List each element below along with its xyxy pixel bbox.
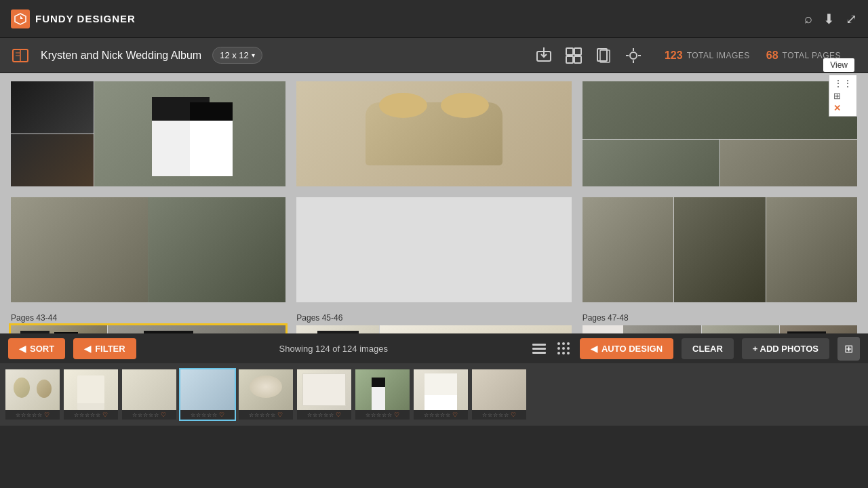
thumb-stars-8: ☆ ☆ ☆ ☆ ☆ ♡ (414, 410, 468, 420)
download-icon[interactable]: ⬇ (823, 11, 835, 27)
svg-point-23 (562, 342, 565, 345)
svg-rect-19 (532, 344, 546, 346)
image-strip: ☆ ☆ ☆ ☆ ☆ ♡ ☆ ☆ ☆ ☆ ☆ ♡ ☆ ☆ ☆ ☆ ☆ (0, 363, 868, 426)
auto-design-button[interactable]: ◀ AUTO DESIGN (580, 338, 673, 359)
thumb-stars-7: ☆ ☆ ☆ ☆ ☆ ♡ (355, 410, 410, 420)
view-option-close[interactable]: ✕ (833, 103, 852, 113)
thumb-img-9 (472, 369, 526, 410)
spread-empty2[interactable] (296, 197, 571, 302)
page-cell-43-44: Pages 43-44 (11, 313, 285, 333)
logo-icon (11, 9, 30, 28)
spread-empty[interactable] (11, 197, 285, 302)
showing-text: Showing 124 of 124 images (144, 344, 523, 354)
spread-prev2[interactable] (296, 81, 571, 186)
search-zoom-icon[interactable]: ⌕ (804, 11, 812, 26)
page-cell-prev3 (583, 81, 857, 186)
page-label-45-46: Pages 45-46 (296, 313, 571, 323)
clear-button[interactable]: CLEAR (682, 338, 734, 359)
album-title: Krysten and Nick Wedding Album (41, 49, 201, 62)
strip-thumb-3[interactable]: ☆ ☆ ☆ ☆ ☆ ♡ (122, 369, 176, 420)
svg-rect-20 (532, 348, 546, 350)
pages-icon[interactable] (594, 46, 613, 65)
thumb-img-8 (414, 369, 468, 410)
pages-row-top (11, 81, 857, 186)
filter-label: FILTER (95, 344, 125, 354)
spread-47-48[interactable] (583, 325, 857, 333)
svg-point-14 (630, 52, 637, 59)
svg-rect-8 (566, 48, 573, 55)
total-pages-number: 68 (766, 49, 778, 62)
view-button[interactable]: View (823, 58, 854, 72)
page-cell-empty (11, 197, 285, 302)
svg-point-26 (562, 347, 565, 350)
auto-design-arrow: ◀ (591, 344, 597, 354)
view-option-grid[interactable]: ⊞ (833, 91, 852, 101)
page-cell-prev1 (11, 81, 285, 186)
strip-thumb-8[interactable]: ☆ ☆ ☆ ☆ ☆ ♡ (414, 369, 468, 420)
thumb-img-2 (64, 369, 118, 410)
strip-thumb-2[interactable]: ☆ ☆ ☆ ☆ ☆ ♡ (64, 369, 118, 420)
svg-rect-11 (574, 56, 581, 63)
pages-row-main: Pages 43-44 (11, 313, 857, 333)
logo-svg (14, 13, 26, 25)
thumb-stars-3: ☆ ☆ ☆ ☆ ☆ ♡ (122, 410, 176, 420)
strip-list-icon[interactable] (531, 340, 547, 357)
view-options-panel: ⋮⋮ ⊞ ✕ (829, 75, 857, 117)
strip-thumb-9[interactable]: ☆ ☆ ☆ ☆ ☆ ♡ (472, 369, 526, 420)
view-option-dots[interactable]: ⋮⋮ (833, 78, 852, 89)
strip-dots-icon[interactable] (555, 340, 572, 357)
page-cell-prev2 (296, 81, 571, 186)
app-name: FUNDY DESIGNER (35, 13, 136, 24)
app-logo: FUNDY DESIGNER (11, 9, 136, 28)
svg-point-25 (557, 347, 560, 350)
sort-button[interactable]: ◀ SORT (8, 338, 65, 359)
thumb-stars-5: ☆ ☆ ☆ ☆ ☆ ♡ (239, 410, 293, 420)
figure2 (190, 102, 232, 176)
import-icon[interactable] (534, 46, 553, 65)
strip-thumb-6[interactable]: ☆ ☆ ☆ ☆ ☆ ♡ (297, 369, 351, 420)
svg-rect-10 (566, 56, 573, 63)
spread-43-44[interactable] (11, 325, 285, 333)
page-cell-empty2 (296, 197, 571, 302)
page-cell-47-48: Pages 47-48 (583, 313, 857, 333)
spread-prev1[interactable] (11, 81, 285, 186)
strip-thumb-7[interactable]: ☆ ☆ ☆ ☆ ☆ ♡ (355, 369, 410, 420)
external-link-icon[interactable]: ⤢ (846, 11, 857, 27)
bottom-controls: ◀ SORT ◀ FILTER Showing 124 of 124 image… (0, 333, 868, 363)
total-images-stat: 123 TOTAL IMAGES (665, 49, 750, 62)
grid-view-button[interactable]: ⊞ (837, 337, 860, 361)
strip-thumb-1[interactable]: ☆ ☆ ☆ ☆ ☆ ♡ (5, 369, 60, 420)
tools-icon[interactable] (624, 46, 643, 65)
toolbar-actions (534, 46, 643, 65)
svg-point-27 (567, 347, 570, 350)
page-label-47-48: Pages 47-48 (583, 313, 857, 323)
filter-button[interactable]: ◀ FILTER (73, 338, 136, 359)
thumb-img-4 (180, 369, 235, 410)
spread-prev3[interactable] (583, 81, 857, 186)
album-size-badge[interactable]: 12 x 12 ▾ (212, 47, 262, 64)
main-content: Pages 43-44 (0, 73, 868, 333)
svg-rect-21 (532, 352, 546, 354)
svg-point-30 (567, 352, 570, 354)
add-photos-button[interactable]: + ADD PHOTOS (742, 338, 829, 359)
thumb-stars-4: ☆ ☆ ☆ ☆ ☆ ♡ (180, 410, 235, 420)
spread-45-46[interactable] (296, 325, 571, 333)
svg-point-29 (562, 352, 565, 354)
strip-thumb-5[interactable]: ☆ ☆ ☆ ☆ ☆ ♡ (239, 369, 293, 420)
thumb-img-3 (122, 369, 176, 410)
strip-thumb-4[interactable]: ☆ ☆ ☆ ☆ ☆ ♡ (180, 369, 235, 420)
strip-icons (531, 340, 572, 357)
thumb-img-7 (355, 369, 410, 410)
layout-icon[interactable] (564, 46, 583, 65)
sort-label: SORT (30, 344, 54, 354)
svg-marker-1 (20, 16, 23, 19)
spread-prev-right[interactable] (583, 197, 857, 302)
thumb-stars-2: ☆ ☆ ☆ ☆ ☆ ♡ (64, 410, 118, 420)
thumb-stars-9: ☆ ☆ ☆ ☆ ☆ ♡ (472, 410, 526, 420)
page-label-43-44: Pages 43-44 (11, 313, 285, 323)
stats: 123 TOTAL IMAGES 68 TOTAL PAGES View ⋮⋮ … (665, 49, 857, 62)
svg-point-28 (557, 352, 560, 354)
filter-chevron-left: ◀ (84, 344, 91, 354)
album-icon (11, 46, 30, 65)
total-images-number: 123 (665, 49, 683, 62)
